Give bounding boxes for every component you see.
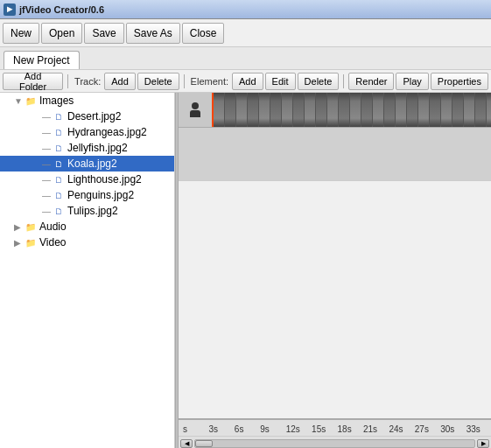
timeline-empty-area	[179, 180, 491, 418]
properties-button[interactable]: Properties	[431, 73, 488, 90]
film-cell	[464, 93, 475, 127]
track-header-0	[179, 93, 214, 127]
split-pane: ▼ 📁 Images — 🗋 Desert.jpg2 — 🗋 Hydrangea…	[0, 93, 491, 448]
ruler-mark: 6s	[234, 424, 259, 434]
ruler-mark: 18s	[337, 424, 362, 434]
scroll-track[interactable]	[194, 439, 475, 448]
tree-label-tulips: Tulips.jpg2	[67, 205, 118, 217]
tab-new-project[interactable]: New Project	[4, 51, 80, 69]
open-button[interactable]: Open	[41, 23, 82, 44]
tree-item-jellyfish[interactable]: — 🗋 Jellyfish.jpg2	[0, 140, 174, 156]
ruler-marks-container: s3s6s9s12s15s18s21s24s27s30s33s	[179, 424, 491, 434]
film-cell	[316, 93, 327, 127]
tree-item-audio[interactable]: ▶ 📁 Audio	[0, 219, 174, 234]
tree-item-penguins[interactable]: — 🗋 Penguins.jpg2	[0, 187, 174, 203]
tree-connector-tulips: —	[42, 206, 53, 216]
tree-label-penguins: Penguins.jpg2	[67, 189, 134, 201]
film-cell	[293, 93, 305, 127]
horizontal-scrollbar[interactable]: ◀ ▶	[179, 436, 491, 448]
file-icon-desert: 🗋	[53, 110, 65, 122]
play-button[interactable]: Play	[396, 73, 428, 90]
scroll-thumb[interactable]	[195, 440, 213, 447]
film-cell	[430, 93, 441, 127]
ruler-mark: 21s	[362, 424, 388, 434]
tree-item-video[interactable]: ▶ 📁 Video	[0, 234, 174, 250]
scroll-right-arrow[interactable]: ▶	[477, 439, 489, 448]
film-cell	[361, 93, 373, 127]
track-row-0	[179, 93, 491, 128]
timeline-ruler: s3s6s9s12s15s18s21s24s27s30s33s	[179, 418, 491, 436]
toolbar: New Open Save Save As Close	[0, 19, 491, 47]
tree-connector: ▼	[14, 96, 25, 106]
tree-label-koala: Koala.jpg2	[67, 158, 117, 170]
timeline-tracks[interactable]	[179, 93, 491, 180]
track-add-button[interactable]: Add	[104, 73, 136, 90]
scroll-left-arrow[interactable]: ◀	[180, 439, 193, 448]
separator-2	[184, 74, 185, 88]
ruler-mark: 24s	[388, 424, 413, 434]
film-cell	[407, 93, 418, 127]
ruler-mark: 33s	[466, 424, 491, 434]
film-cell	[236, 93, 248, 127]
track-person-icon	[190, 102, 200, 117]
save-button[interactable]: Save	[84, 23, 123, 44]
ruler-mark: 30s	[439, 424, 465, 434]
ruler-mark: 3s	[207, 424, 233, 434]
tree-label-audio: Audio	[39, 220, 67, 233]
person-head	[192, 102, 199, 109]
tree-item-images[interactable]: ▼ 📁 Images	[0, 93, 174, 108]
folder-icon-images: 📁	[25, 94, 37, 107]
film-cell	[452, 93, 464, 127]
file-icon-hydrangeas: 🗋	[53, 126, 65, 138]
tree-connector-hydrangeas: —	[42, 128, 53, 137]
tree-item-hydrangeas[interactable]: — 🗋 Hydrangeas.jpg2	[0, 124, 174, 140]
tree-item-koala[interactable]: — 🗋 Koala.jpg2	[0, 156, 174, 172]
film-cell	[396, 93, 407, 127]
file-icon-jellyfish: 🗋	[53, 142, 65, 154]
file-icon-tulips: 🗋	[53, 205, 65, 217]
film-cell	[282, 93, 293, 127]
film-cell	[441, 93, 452, 127]
folder-icon-audio: 📁	[25, 220, 37, 233]
film-cell	[248, 93, 259, 127]
tree-panel: ▼ 📁 Images — 🗋 Desert.jpg2 — 🗋 Hydrangea…	[0, 93, 175, 448]
add-folder-button[interactable]: Add Folder	[3, 73, 63, 90]
tree-item-desert[interactable]: — 🗋 Desert.jpg2	[0, 108, 174, 124]
secondary-toolbar: Add Folder Track: Add Delete Element: Ad…	[0, 70, 491, 93]
film-cell	[305, 93, 316, 127]
film-cell	[259, 93, 270, 127]
ruler-mark: 27s	[414, 424, 439, 434]
element-add-button[interactable]: Add	[232, 73, 263, 90]
tree-label-hydrangeas: Hydrangeas.jpg2	[67, 126, 147, 138]
ruler-mark: 9s	[259, 424, 284, 434]
person-body	[190, 110, 200, 117]
tree-item-lighthouse[interactable]: — 🗋 Lighthouse.jpg2	[0, 172, 174, 187]
track-delete-button[interactable]: Delete	[137, 73, 179, 90]
render-button[interactable]: Render	[348, 73, 394, 90]
main-content: Add Folder Track: Add Delete Element: Ad…	[0, 70, 491, 448]
app-icon: ▶	[4, 4, 16, 16]
tab-bar: New Project	[0, 47, 491, 70]
close-button[interactable]: Close	[182, 23, 225, 44]
file-icon-lighthouse: 🗋	[53, 173, 65, 186]
element-edit-button[interactable]: Edit	[265, 73, 296, 90]
track-content-0[interactable]	[214, 93, 491, 127]
track-label: Track:	[74, 76, 101, 87]
tree-item-tulips[interactable]: — 🗋 Tulips.jpg2	[0, 203, 174, 219]
separator-1	[67, 74, 68, 88]
tree-connector-jellyfish: —	[42, 144, 53, 153]
tree-label-lighthouse: Lighthouse.jpg2	[67, 173, 142, 186]
save-as-button[interactable]: Save As	[126, 23, 180, 44]
film-cell	[327, 93, 339, 127]
new-button[interactable]: New	[3, 23, 39, 44]
film-cell	[487, 93, 491, 127]
element-label: Element:	[191, 76, 228, 87]
tree-connector-audio: ▶	[14, 222, 25, 232]
tree-connector-video: ▶	[14, 238, 25, 248]
element-delete-button[interactable]: Delete	[298, 73, 340, 90]
separator-3	[343, 74, 344, 88]
tree-label-images: Images	[39, 94, 74, 107]
film-cell	[225, 93, 236, 127]
film-cell	[373, 93, 384, 127]
file-icon-koala: 🗋	[53, 158, 65, 170]
